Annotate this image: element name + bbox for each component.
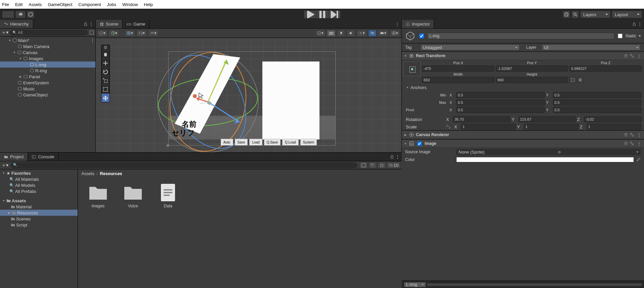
image-enabled[interactable]: [417, 141, 422, 146]
filter-label-button[interactable]: [369, 162, 377, 169]
anchors-toggle[interactable]: ▼Anchors: [402, 84, 644, 91]
canvas-renderer-header[interactable]: ▶ Canvas Renderer ? ⋮: [402, 130, 644, 139]
transform-tool[interactable]: [101, 93, 110, 102]
scale-y[interactable]: [524, 124, 578, 130]
btn-qsave[interactable]: Q.Save: [264, 139, 281, 146]
scale-link-icon[interactable]: [446, 124, 451, 129]
object-icon[interactable]: [404, 30, 416, 42]
hand-tool[interactable]: [101, 50, 110, 58]
menu-jobs[interactable]: Jobs: [107, 2, 116, 7]
menu-gameobject[interactable]: GameObject: [48, 2, 72, 7]
layers-dropdown[interactable]: Layers: [580, 11, 610, 18]
fav-materials[interactable]: 🔍All Materials: [0, 176, 78, 182]
inspector-tab[interactable]: Inspector: [402, 20, 434, 28]
hierarchy-item-panel[interactable]: ▶ Panel: [0, 74, 95, 80]
2d-toggle[interactable]: 2D: [327, 30, 336, 37]
btn-qload[interactable]: Q.Load: [282, 139, 299, 146]
asset-data[interactable]: Data: [157, 183, 179, 208]
hidden-packages-button[interactable]: 10: [387, 162, 400, 169]
layer-dropdown[interactable]: UI: [542, 44, 641, 50]
scene-viewport[interactable]: 名前 セリフ Auto Save Load Q.Save Q.Load Syst…: [96, 38, 401, 152]
anchor-min-y[interactable]: [553, 92, 642, 98]
project-search[interactable]: 🔍: [10, 162, 357, 168]
audio-toggle[interactable]: [347, 30, 355, 37]
camera-button[interactable]: ▾: [378, 30, 388, 37]
menu-component[interactable]: Component: [78, 2, 101, 7]
folder-scenes[interactable]: Scenes: [0, 216, 78, 222]
draw-mode-button[interactable]: ▾: [315, 30, 326, 37]
hierarchy-tab[interactable]: Hierarchy: [0, 20, 33, 28]
lock-icon[interactable]: [632, 22, 637, 27]
gizmos-button[interactable]: ▾: [390, 30, 400, 37]
btn-auto[interactable]: Auto: [221, 139, 233, 146]
posz-field[interactable]: [569, 66, 642, 72]
create-button[interactable]: ＋▾: [1, 30, 8, 36]
hierarchy-item-limg[interactable]: L-img: [0, 61, 95, 68]
picker-icon[interactable]: [636, 157, 641, 162]
undo-history-button[interactable]: [563, 11, 570, 18]
hierarchy-search[interactable]: 🔍 All: [10, 30, 88, 36]
scale-x[interactable]: [461, 124, 516, 130]
height-field[interactable]: [496, 77, 568, 83]
lock-icon[interactable]: [390, 155, 394, 159]
search-button[interactable]: [571, 11, 579, 18]
rect-tool[interactable]: [101, 85, 110, 93]
tools-grip[interactable]: ≡: [101, 45, 110, 50]
crumb-assets[interactable]: Assets: [81, 171, 94, 176]
anchor-max-y[interactable]: [553, 99, 642, 106]
pivot-x[interactable]: [456, 107, 545, 113]
fav-prefabs[interactable]: 🔍All Prefabs: [0, 188, 78, 194]
project-tab[interactable]: Project: [0, 153, 28, 161]
grid-toggle-button[interactable]: ▾: [125, 30, 135, 37]
btn-system[interactable]: System: [300, 139, 317, 146]
posy-field[interactable]: [496, 66, 568, 72]
lighting-toggle[interactable]: [337, 30, 345, 37]
hierarchy-item-rimg[interactable]: R-img: [0, 68, 95, 74]
component-menu[interactable]: ⋮: [636, 53, 642, 58]
account-button[interactable]: [2, 11, 14, 18]
services-button[interactable]: [15, 11, 26, 18]
menu-file[interactable]: File: [2, 2, 9, 7]
folder-script[interactable]: Script: [0, 222, 78, 228]
fold-button[interactable]: [89, 30, 94, 35]
object-name-field[interactable]: [427, 33, 614, 39]
hierarchy-item-gameobject[interactable]: GameObject: [0, 92, 95, 98]
snap-button[interactable]: ▾: [136, 30, 147, 37]
help-icon[interactable]: ?: [624, 141, 628, 146]
hierarchy-item-canvas[interactable]: ▼ Canvas: [0, 49, 95, 55]
snap-increment-button[interactable]: ▾: [148, 30, 159, 37]
asset-voice[interactable]: Voice: [122, 183, 144, 208]
anchor-max-x[interactable]: [456, 99, 545, 106]
menu-window[interactable]: Window: [122, 2, 138, 7]
lock-icon[interactable]: [83, 22, 88, 27]
preset-icon[interactable]: [630, 133, 634, 137]
posx-field[interactable]: [422, 66, 495, 72]
scale-tool[interactable]: [101, 76, 110, 85]
component-menu[interactable]: ⋮: [636, 141, 642, 146]
preview-selector[interactable]: L-img: [404, 282, 426, 287]
scene-menu[interactable]: ⋮: [89, 38, 95, 43]
width-field[interactable]: [422, 77, 495, 83]
rot-x[interactable]: [453, 116, 510, 122]
menu-assets[interactable]: Assets: [29, 2, 42, 7]
filter-type-button[interactable]: [359, 162, 368, 169]
hidden-toggle[interactable]: [368, 30, 377, 37]
hierarchy-item-music[interactable]: Music: [0, 86, 95, 92]
handle-rotation-button[interactable]: ▾: [109, 30, 119, 37]
project-menu[interactable]: ⋮: [394, 154, 400, 159]
static-toggle[interactable]: [618, 34, 622, 38]
pivot-y[interactable]: [553, 107, 642, 113]
hierarchy-item-eventsystem[interactable]: EventSystem: [0, 80, 95, 86]
tag-dropdown[interactable]: Untagged: [421, 44, 520, 50]
active-toggle[interactable]: [419, 34, 424, 38]
crumb-resources[interactable]: Resources: [100, 171, 122, 176]
layout-dropdown[interactable]: Layout: [612, 11, 642, 18]
rect-transform-header[interactable]: ▼ Rect Transform ? ⋮: [402, 51, 644, 60]
component-menu[interactable]: ⋮: [636, 132, 642, 137]
inspector-menu[interactable]: ⋮: [637, 22, 643, 27]
rot-y[interactable]: [518, 116, 576, 122]
rot-z[interactable]: [584, 116, 641, 122]
folder-resources[interactable]: ▶Resources: [0, 210, 78, 216]
rotate-tool-icon[interactable]: [101, 67, 110, 76]
hierarchy-item-images[interactable]: ▼ Images: [0, 55, 95, 61]
